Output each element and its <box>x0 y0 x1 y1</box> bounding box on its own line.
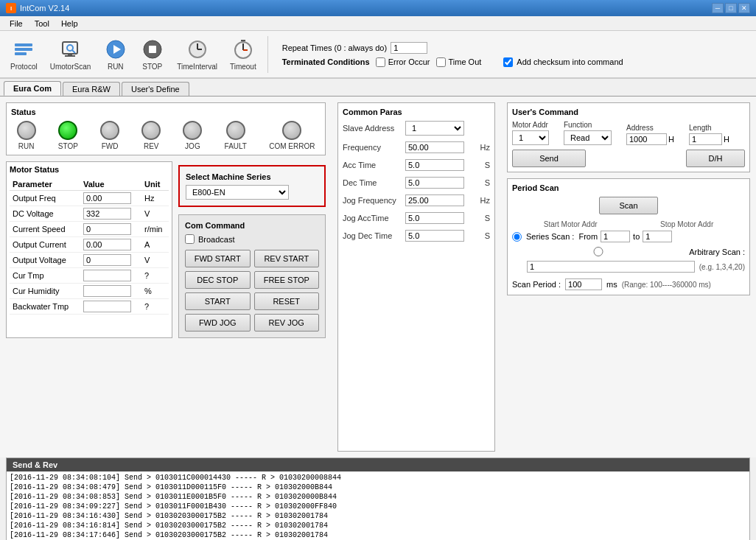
log-line: [2016-11-29 08:34:09:227] Send > 0103011… <box>10 502 746 511</box>
motor-status-title: Motor Status <box>10 165 169 174</box>
repeat-row: Repeat Times (0 : always do) <box>282 42 623 54</box>
series-scan-radio[interactable] <box>512 232 522 242</box>
jog-frequency-unit: Hz <box>472 196 490 205</box>
address-input[interactable] <box>626 133 667 145</box>
time-interval-icon <box>186 38 209 61</box>
motor-value-cell[interactable] <box>80 222 141 237</box>
jog-frequency-row: Jog Frequency Hz <box>343 194 490 206</box>
title-bar-controls: ─ □ ✕ <box>712 3 750 13</box>
time-interval-button[interactable]: TimeInterval <box>172 35 222 73</box>
frequency-label: Frequency <box>343 143 405 152</box>
run-indicator-label: RUN <box>18 142 35 150</box>
fwd-start-button[interactable]: FWD START <box>185 250 251 267</box>
indicator-jog: JOG <box>183 121 202 150</box>
jog-frequency-input[interactable] <box>405 194 464 206</box>
menu-file[interactable]: File <box>4 18 29 29</box>
log-header: Send & Rev <box>7 458 749 471</box>
stop-toolbar-button[interactable]: STOP <box>136 35 169 73</box>
dec-stop-button[interactable]: DEC STOP <box>185 271 251 289</box>
motor-value-cell[interactable] <box>80 268 141 284</box>
motor-table-row: Current Speed r/min <box>10 222 169 237</box>
start-motor-addr-label: Start Motor Addr <box>544 220 598 228</box>
arbitrary-input[interactable] <box>527 261 695 273</box>
motor-table-row: Backwater Tmp ? <box>10 299 169 315</box>
svg-rect-2 <box>15 52 27 55</box>
broadcast-checkbox[interactable] <box>185 234 195 244</box>
user-command-title: User's Command <box>512 108 745 116</box>
dh-button[interactable]: D/H <box>686 150 745 167</box>
send-dh-row: Send D/H <box>512 150 745 167</box>
log-content[interactable]: [2016-11-29 08:34:08:104] Send > 0103011… <box>7 471 749 540</box>
function-select[interactable]: ReadWrite <box>564 130 612 145</box>
motor-value-cell[interactable] <box>80 284 141 299</box>
jog-dec-time-row: Jog Dec Time S <box>343 230 490 242</box>
title-bar: I IntCom V2.14 ─ □ ✕ <box>0 0 756 16</box>
range-label: (Range: 100----360000 ms) <box>622 281 711 289</box>
motor-value-cell[interactable] <box>80 191 141 206</box>
checksum-checkbox[interactable] <box>503 57 513 67</box>
motor-value-cell[interactable] <box>80 299 141 315</box>
motor-addr-col: Motor Addr 123 <box>512 121 549 145</box>
motor-value-cell[interactable] <box>80 237 141 253</box>
tab-eura-com[interactable]: Eura Com <box>4 81 61 96</box>
rev-start-button[interactable]: REV START <box>254 250 320 267</box>
tab-users-define[interactable]: User's Define <box>122 82 189 96</box>
stop-icon <box>141 38 164 61</box>
umotor-scan-button[interactable]: UmotorScan <box>46 35 96 73</box>
timeout-button[interactable]: Timeout <box>225 35 261 73</box>
send-button[interactable]: Send <box>512 150 586 167</box>
to-input[interactable] <box>643 231 672 242</box>
umotor-scan-icon <box>58 38 82 61</box>
fwd-jog-button[interactable]: FWD JOG <box>185 314 251 332</box>
scan-button[interactable]: Scan <box>599 197 658 214</box>
time-out-checkbox[interactable] <box>436 57 446 67</box>
motor-addr-select[interactable]: 123 <box>512 130 549 145</box>
tab-row: Eura Com Eura R&W User's Define <box>0 79 756 97</box>
scan-period-input[interactable] <box>565 278 602 290</box>
arbitrary-scan-radio[interactable] <box>512 247 685 256</box>
run-button[interactable]: RUN <box>99 35 132 73</box>
maximize-button[interactable]: □ <box>725 3 737 13</box>
col-value: Value <box>80 178 141 191</box>
minimize-button[interactable]: ─ <box>712 3 724 13</box>
acc-time-row: Acc Time S <box>343 159 490 171</box>
series-scan-label: Series Scan : <box>526 232 574 241</box>
left-panel: Status RUN STOP FWD REV <box>0 97 332 457</box>
dec-time-input[interactable] <box>405 177 464 189</box>
jog-acc-time-input[interactable] <box>405 212 464 224</box>
machine-series-select[interactable]: E800-EN E300 E500 E600 E800 <box>186 185 289 200</box>
slave-address-select[interactable]: 123 <box>405 121 464 136</box>
repeat-input[interactable] <box>391 42 427 54</box>
dec-time-row: Dec Time S <box>343 177 490 189</box>
svg-rect-5 <box>68 54 72 55</box>
rev-jog-button[interactable]: REV JOG <box>254 314 320 332</box>
indicator-stop: STOP <box>58 121 78 150</box>
motor-unit-cell: r/min <box>141 222 169 237</box>
log-line: [2016-11-29 08:34:08:104] Send > 0103011… <box>10 473 746 483</box>
series-scan-row: Series Scan : From to <box>512 231 745 242</box>
free-stop-button[interactable]: FREE STOP <box>254 271 320 289</box>
error-occur-checkbox[interactable] <box>376 57 385 67</box>
slave-address-label: Slave Address <box>343 124 405 133</box>
acc-time-input-wrap <box>405 159 472 171</box>
close-button[interactable]: ✕ <box>738 3 750 13</box>
motor-table-row: DC Voltage V <box>10 206 169 222</box>
frequency-input[interactable] <box>405 141 464 153</box>
log-line: [2016-11-29 08:34:16:814] Send > 0103020… <box>10 521 746 530</box>
indicator-fwd: FWD <box>100 121 119 150</box>
menu-help[interactable]: Help <box>55 18 84 29</box>
length-input[interactable] <box>689 133 722 145</box>
acc-time-label: Acc Time <box>343 161 405 169</box>
jog-dec-time-input[interactable] <box>405 230 464 242</box>
menu-tool[interactable]: Tool <box>29 18 55 29</box>
from-input[interactable] <box>601 231 630 242</box>
acc-time-input[interactable] <box>405 159 464 171</box>
reset-button[interactable]: RESET <box>254 292 320 310</box>
motor-value-cell[interactable] <box>80 206 141 222</box>
protocol-button[interactable]: Protocol <box>6 35 42 73</box>
umotor-scan-label: UmotorScan <box>50 63 91 71</box>
dec-time-label: Dec Time <box>343 178 405 187</box>
tab-eura-rw[interactable]: Eura R&W <box>63 82 120 96</box>
start-button[interactable]: START <box>185 292 251 310</box>
motor-value-cell[interactable] <box>80 253 141 268</box>
